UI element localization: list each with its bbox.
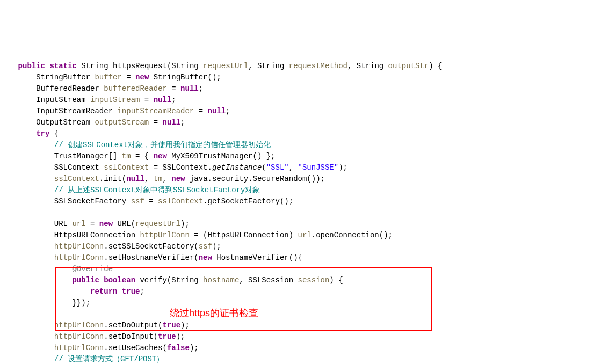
param-requestMethod: requestMethod bbox=[289, 62, 347, 70]
code-line: // 设置请求方式（GET/POST） bbox=[0, 355, 164, 363]
keyword-false: false bbox=[167, 344, 190, 352]
code-line: }}); bbox=[0, 299, 90, 307]
var-tm: tm bbox=[154, 174, 163, 183]
code-line: HttpsURLConnection httpUrlConn = (HttpsU… bbox=[0, 231, 393, 239]
var-httpUrlConn: httpUrlConn bbox=[140, 231, 189, 239]
keyword-new: new bbox=[154, 152, 167, 161]
var-buffer: buffer bbox=[95, 73, 121, 82]
keyword-null: null bbox=[162, 118, 180, 127]
method-getInstance: getInstance bbox=[212, 163, 262, 172]
code-line: public static String httpsRequest(String… bbox=[0, 62, 442, 70]
comment-3: // 设置请求方式（GET/POST） bbox=[54, 355, 164, 363]
var-sslContext: sslContext bbox=[104, 163, 149, 172]
var-inputStreamReader: inputStreamReader bbox=[117, 107, 194, 115]
code-line: @Override bbox=[0, 265, 113, 273]
keyword-new: new bbox=[199, 253, 212, 262]
var-requestUrl: requestUrl bbox=[135, 220, 180, 228]
code-line: SSLContext sslContext = SSLContext.getIn… bbox=[0, 163, 347, 172]
code-line: SSLSocketFactory ssf = sslContext.getSoc… bbox=[0, 197, 293, 206]
keyword-null: null bbox=[180, 84, 199, 93]
string-ssl: "SSL" bbox=[266, 163, 289, 172]
var-httpUrlConn: httpUrlConn bbox=[54, 253, 104, 262]
var-httpUrlConn: httpUrlConn bbox=[54, 242, 104, 251]
var-tm: tm bbox=[122, 152, 131, 161]
var-url: url bbox=[72, 220, 85, 228]
var-inputStream: inputStream bbox=[90, 96, 140, 104]
method-name: httpsRequest bbox=[113, 62, 167, 70]
keyword-public: public bbox=[18, 62, 45, 70]
keyword-return: return bbox=[90, 287, 117, 296]
keyword-true: true bbox=[162, 321, 180, 330]
keyword-null: null bbox=[126, 174, 144, 183]
annotation-override: @Override bbox=[72, 265, 113, 273]
code-line: sslContext.init(null, tm, new java.secur… bbox=[0, 174, 325, 183]
var-bufferedReader: bufferedReader bbox=[104, 84, 167, 93]
keyword-new: new bbox=[135, 73, 149, 82]
var-ssf: ssf bbox=[199, 242, 212, 251]
red-annotation: 绕过https的证书检查 bbox=[170, 306, 258, 321]
keyword-static: static bbox=[49, 62, 76, 70]
comment-1: // 创建SSLContext对象，并使用我们指定的信任管理器初始化 bbox=[54, 141, 271, 149]
param-outputStr: outputStr bbox=[388, 62, 429, 70]
var-httpUrlConn: httpUrlConn bbox=[54, 321, 104, 330]
code-line: // 创建SSLContext对象，并使用我们指定的信任管理器初始化 bbox=[0, 141, 271, 149]
var-sslContext: sslContext bbox=[158, 197, 203, 206]
keyword-true: true bbox=[122, 287, 140, 296]
keyword-new: new bbox=[171, 174, 185, 183]
code-line: URL url = new URL(requestUrl); bbox=[0, 220, 190, 228]
code-line: StringBuffer buffer = new StringBuffer()… bbox=[0, 73, 221, 82]
code-line: try { bbox=[0, 129, 59, 138]
var-sslContext: sslContext bbox=[54, 174, 99, 183]
code-line: BufferedReader bufferedReader = null; bbox=[0, 84, 203, 93]
code-line: return true; bbox=[0, 287, 144, 296]
var-outputStream: outputStream bbox=[95, 118, 149, 127]
code-line: httpUrlConn.setSSLSocketFactory(ssf); bbox=[0, 242, 221, 251]
var-ssf: ssf bbox=[131, 197, 144, 206]
keyword-try: try bbox=[36, 129, 49, 138]
var-httpUrlConn: httpUrlConn bbox=[54, 332, 104, 341]
keyword-new: new bbox=[99, 220, 113, 228]
param-session: session bbox=[298, 276, 330, 285]
code-line: // 从上述SSLContext对象中得到SSLSocketFactory对象 bbox=[0, 186, 260, 194]
param-requestUrl: requestUrl bbox=[203, 62, 248, 70]
keyword-boolean: boolean bbox=[104, 276, 135, 285]
code-line: httpUrlConn.setUseCaches(false); bbox=[0, 344, 199, 352]
code-line: TrustManager[] tm = { new MyX509TrustMan… bbox=[0, 152, 276, 161]
code-line: httpUrlConn.setDoOutput(true); bbox=[0, 321, 190, 330]
keyword-true: true bbox=[158, 332, 176, 341]
code-line: httpUrlConn.setHostnameVerifier(new Host… bbox=[0, 253, 302, 262]
var-url: url bbox=[298, 231, 312, 239]
keyword-null: null bbox=[207, 107, 226, 115]
code-block: public static String httpsRequest(String… bbox=[0, 49, 594, 364]
code-line: OutputStream outputStream = null; bbox=[0, 118, 185, 127]
comment-2: // 从上述SSLContext对象中得到SSLSocketFactory对象 bbox=[54, 186, 260, 194]
code-line: InputStream inputStream = null; bbox=[0, 96, 176, 104]
var-httpUrlConn: httpUrlConn bbox=[54, 344, 104, 352]
param-hostname: hostname bbox=[203, 276, 239, 285]
code-line: httpUrlConn.setDoInput(true); bbox=[0, 332, 185, 341]
keyword-null: null bbox=[154, 96, 172, 104]
code-line: InputStreamReader inputStreamReader = nu… bbox=[0, 107, 230, 115]
code-line: public boolean verify(String hostname, S… bbox=[0, 276, 343, 285]
keyword-public: public bbox=[72, 276, 99, 285]
string-sunjsse: "SunJSSE" bbox=[298, 163, 339, 172]
